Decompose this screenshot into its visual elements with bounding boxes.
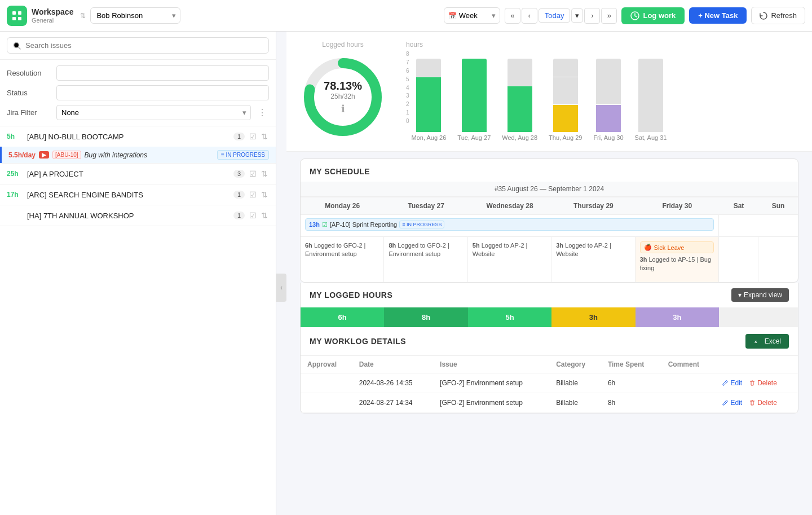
today-dropdown[interactable]: ▾: [571, 8, 583, 23]
today-btn[interactable]: Today: [539, 8, 571, 23]
schedule-cell-thu: 3h Logged to AP-2 | Website: [551, 237, 635, 282]
chart-section: Logged hours 78.13% 25h/32h ℹ hours: [286, 32, 812, 152]
schedule-cell-tue: 8h Logged to GFO-2 | Environment setup: [384, 237, 467, 282]
bar-label-thu: Thu, Aug 29: [549, 134, 582, 141]
schedule-log-tue-hours: 8h: [389, 242, 396, 249]
today-label: Today: [545, 11, 564, 20]
schedule-log-thu-hours: 3h: [556, 242, 563, 249]
bar-day-tue: Tue, Aug 27: [457, 59, 491, 141]
cell-issue-2: [GFO-2] Environment setup: [433, 393, 549, 413]
issue-actions-arc: ☑ ⇅: [248, 189, 269, 200]
nav-first-btn[interactable]: «: [505, 8, 520, 24]
sprint-task-pill[interactable]: 13h ☑ [AP-10] Sprint Reporting ≡ IN PROG…: [305, 218, 714, 231]
jira-filter-select-wrap[interactable]: None: [56, 105, 251, 120]
col-issue: Issue: [433, 356, 549, 373]
col-time-spent: Time Spent: [601, 356, 661, 373]
sprint-task-empty: [719, 215, 798, 236]
schedule-log-mon: 6h Logged to GFO-2 | Environment setup: [305, 241, 379, 259]
log-work-button[interactable]: Log work: [621, 7, 685, 24]
col-comment: Comment: [661, 356, 716, 373]
filter-dots-icon[interactable]: ⋮: [255, 107, 269, 118]
jira-filter-row: Jira Filter None ⋮: [7, 105, 269, 120]
schedule-period: #35 August 26 — September 1 2024: [301, 182, 798, 197]
status-label: Status: [7, 89, 52, 97]
search-input[interactable]: [25, 41, 263, 50]
bar-seg-fri-logged: [596, 105, 621, 132]
hours-bar-thu: 3h: [551, 307, 635, 327]
schedule-header-thu: Thursday 29: [551, 202, 635, 210]
issue-hours-abu: 5h: [7, 133, 24, 140]
active-badge-name: [ABU-10]: [52, 151, 81, 159]
issue-check-arc[interactable]: ☑: [248, 189, 258, 200]
edit-link-2[interactable]: Edit: [722, 399, 742, 407]
cell-date-2: 2024-08-27 14:34: [352, 393, 433, 413]
action-cell-1: Edit Delete: [722, 379, 791, 387]
donut-percent: 78.13%: [324, 80, 362, 93]
y-label-0: 0: [406, 118, 409, 124]
issue-expand-ha[interactable]: ⇅: [260, 210, 269, 221]
issue-check-ha[interactable]: ☑: [248, 210, 258, 221]
schedule-log-thu: 3h Logged to AP-2 | Website: [556, 241, 630, 259]
bar-day-fri: Fri, Aug 30: [593, 59, 623, 141]
status-input[interactable]: [56, 85, 269, 100]
schedule-cell-fri: 🍎 Sick Leave 3h Logged to AP-15 | Bug fi…: [636, 237, 719, 282]
bar-day-wed: Wed, Aug 28: [502, 59, 537, 141]
issue-hours-arc: 17h: [7, 191, 24, 199]
nav-next-btn[interactable]: ›: [584, 8, 600, 24]
workspace-info: Workspace General: [32, 7, 73, 24]
delete-link-2[interactable]: Delete: [749, 399, 777, 407]
active-hours: 5.5h/day: [8, 151, 36, 159]
nav-prev-btn[interactable]: ‹: [522, 8, 537, 24]
week-select[interactable]: Week: [444, 7, 500, 24]
y-label-1: 1: [406, 109, 409, 116]
edit-link-1[interactable]: Edit: [722, 379, 742, 387]
expand-view-button[interactable]: ▾ Expand view: [731, 288, 789, 302]
issue-expand-abu[interactable]: ⇅: [260, 131, 269, 142]
bar-col-thu: [553, 59, 578, 132]
svg-rect-2: [12, 17, 16, 20]
logged-hours-header: MY LOGGED HOURS ▾ Expand view: [301, 283, 798, 307]
excel-button[interactable]: x Excel: [745, 334, 789, 349]
schedule-cell-sun: [758, 237, 798, 282]
donut-container: Logged hours 78.13% 25h/32h ℹ: [298, 41, 388, 142]
schedule-header-tue: Tuesday 27: [384, 202, 467, 210]
issue-group-ha-header[interactable]: [HA] 7TH ANNUAL WORKSHOP 1 ☑ ⇅: [0, 205, 276, 226]
user-select[interactable]: Bob Robinson: [90, 7, 180, 24]
issue-group-arc-header[interactable]: 17h [ARC] SEARCH ENGINE BANDITS 1 ☑ ⇅: [0, 184, 276, 205]
bar-seg-fri-empty: [596, 59, 621, 104]
jira-filter-label: Jira Filter: [7, 108, 52, 117]
cell-category-2: Billable: [549, 393, 601, 413]
resolution-input[interactable]: [56, 65, 269, 81]
svg-rect-3: [18, 17, 21, 20]
nav-last-btn[interactable]: »: [601, 8, 617, 24]
sidebar-collapse-button[interactable]: ‹: [276, 274, 286, 302]
issue-check-ap[interactable]: ☑: [248, 168, 258, 179]
delete-link-1[interactable]: Delete: [749, 379, 777, 387]
week-select-wrap[interactable]: Week: [444, 7, 500, 24]
user-select-wrap[interactable]: Bob Robinson: [90, 7, 180, 24]
hours-bar-wed: 5h: [468, 307, 551, 327]
bar-chart-container: 8 7 6 5 4 3 2 1 0: [406, 51, 801, 141]
edit-icon-1: [722, 380, 729, 386]
sick-leave-pill: 🍎 Sick Leave: [640, 241, 714, 253]
workspace-chevron-icon[interactable]: ⇅: [80, 12, 86, 20]
issue-group-abu-header[interactable]: 5h [ABU] NO-BULL BOOTCAMP 1 ☑ ⇅: [0, 126, 276, 147]
bar-col-mon: [416, 59, 441, 132]
hours-bar-mon: 6h: [301, 307, 384, 327]
edit-icon-2: [722, 399, 729, 406]
jira-filter-select[interactable]: None: [56, 105, 251, 120]
issue-expand-arc[interactable]: ⇅: [260, 189, 269, 200]
new-task-button[interactable]: + New Task: [689, 7, 747, 24]
y-label-3: 3: [406, 93, 409, 99]
donut-info-icon[interactable]: ℹ: [324, 103, 362, 115]
resolution-filter-row: Resolution: [7, 65, 269, 81]
issue-group-ap-header[interactable]: 25h [AP] A PROJECT 3 ☑ ⇅: [0, 164, 276, 184]
issue-expand-ap[interactable]: ⇅: [260, 168, 269, 179]
schedule-header-mon: Monday 26: [301, 202, 384, 210]
status-filter-row: Status: [7, 85, 269, 100]
bar-seg-thu-mid: [553, 77, 578, 104]
issue-check-abu[interactable]: ☑: [248, 131, 258, 142]
schedule-header-sat: Sat: [719, 202, 758, 210]
refresh-button[interactable]: Refresh: [751, 7, 805, 24]
active-task-row[interactable]: 5.5h/day ▶ [ABU-10] Bug with integration…: [0, 147, 276, 163]
